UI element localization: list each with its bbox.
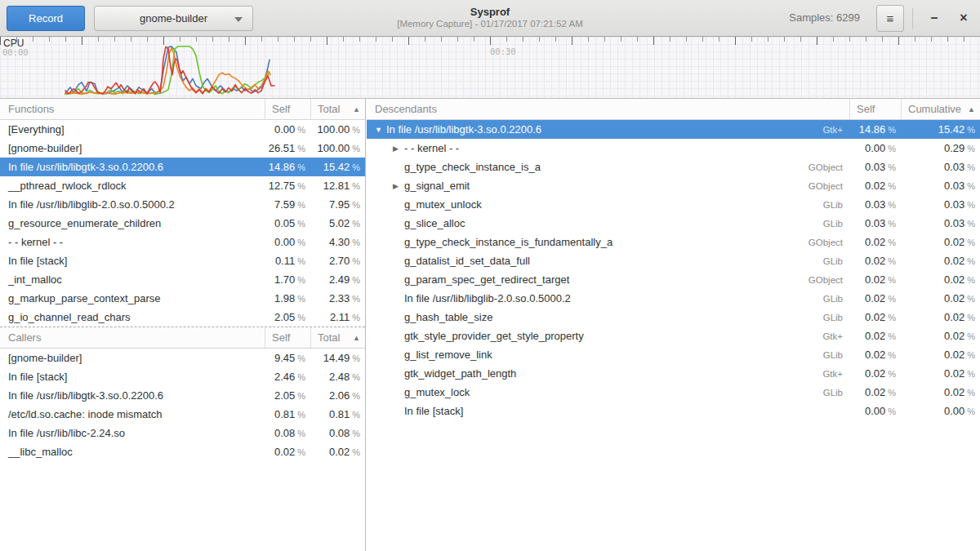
tree-row[interactable]: g_list_remove_linkGLib0.02%0.02% [367, 345, 980, 364]
function-name: In file /usr/lib/libgtk-3.so.0.2200.6 [0, 389, 265, 402]
close-button[interactable]: × [951, 5, 977, 32]
self-value: 0.02% [849, 349, 901, 361]
sort-ascending-icon: ▲ [964, 105, 975, 113]
percent-sign: % [297, 294, 305, 304]
tree-row[interactable]: ▶g_signal_emitGObject0.02%0.03% [367, 176, 980, 195]
tree-row[interactable]: g_type_check_instance_is_fundamentally_a… [367, 233, 980, 251]
total-value: 0.02% [310, 446, 365, 458]
expander-closed-icon[interactable]: ▶ [393, 144, 404, 153]
tree-row[interactable]: g_datalist_id_set_data_fullGLib0.02%0.02… [367, 251, 980, 270]
function-name: g_markup_parse_context_parse [0, 292, 265, 304]
functions-self-column-header[interactable]: Self [265, 99, 310, 119]
table-row[interactable]: - - kernel - -0.00%4.30% [0, 233, 365, 251]
callers-self-column-header[interactable]: Self [265, 327, 310, 348]
sort-ascending-icon: ▲ [350, 105, 360, 113]
descendant-name-cell: g_type_check_instance_is_aGObject [367, 161, 849, 173]
tree-row[interactable]: gtk_widget_path_lengthGtk+0.02%0.02% [367, 364, 980, 383]
tree-row[interactable]: g_mutex_unlockGLib0.03%0.03% [367, 195, 980, 214]
record-button[interactable]: Record [7, 6, 85, 31]
self-value: 0.02% [849, 311, 901, 323]
tree-row[interactable]: In file [stack]0.00%0.00% [367, 402, 980, 420]
tree-row[interactable]: gtk_style_provider_get_style_propertyGtk… [367, 327, 980, 345]
minimize-icon: – [931, 11, 938, 24]
cumulative-value: 0.03% [901, 217, 980, 229]
tree-row[interactable]: g_hash_table_sizeGLib0.02%0.02% [367, 308, 980, 327]
table-row[interactable]: g_io_channel_read_chars2.05%2.11% [0, 308, 365, 327]
table-row[interactable]: g_resource_enumerate_children0.05%5.02% [0, 214, 365, 233]
table-row[interactable]: _int_malloc1.70%2.49% [0, 270, 365, 289]
function-name: In file [stack] [0, 371, 265, 383]
percent-sign: % [352, 410, 360, 420]
percent-sign: % [352, 200, 360, 210]
functions-total-column-header[interactable]: Total ▲ [310, 99, 365, 119]
cumulative-value: 0.02% [901, 273, 980, 286]
library-tag: GLib [823, 313, 849, 322]
percent-sign: % [352, 162, 360, 172]
minimize-button[interactable]: – [921, 5, 947, 32]
percent-sign: % [888, 331, 896, 341]
descendant-name-cell: In file [stack] [367, 405, 849, 417]
tree-row[interactable]: g_type_check_instance_is_aGObject0.03%0.… [367, 158, 980, 176]
descendants-table-header: Descendants Self Cumulative ▲ [367, 99, 980, 120]
self-value: 0.00% [265, 236, 310, 248]
percent-sign: % [967, 369, 975, 379]
table-row[interactable]: [Everything]0.00%100.00% [0, 120, 365, 139]
self-value: 0.02% [849, 236, 901, 248]
descendant-name-cell: g_mutex_unlockGLib [367, 198, 849, 211]
table-row[interactable]: [gnome-builder]9.45%14.49% [0, 349, 365, 367]
table-row[interactable]: In file [stack]0.11%2.70% [0, 251, 365, 270]
functions-column-header[interactable]: Functions [0, 99, 265, 119]
callers-column-header[interactable]: Callers [0, 327, 265, 348]
tree-row[interactable]: ▶- - kernel - -0.00%0.29% [367, 139, 980, 158]
percent-sign: % [297, 353, 305, 363]
descendant-name: - - kernel - - [404, 142, 459, 154]
table-row[interactable]: [gnome-builder]26.51%100.00% [0, 139, 365, 158]
descendant-name-cell: g_hash_table_sizeGLib [367, 311, 849, 323]
table-row[interactable]: __libc_malloc0.02%0.02% [0, 442, 365, 461]
expander-closed-icon[interactable]: ▶ [393, 182, 404, 190]
descendant-name-cell: ▼In file /usr/lib/libgtk-3.so.0.2200.6Gt… [367, 123, 849, 136]
table-row[interactable]: In file /usr/lib/libgtk-3.so.0.2200.614.… [0, 158, 365, 176]
menu-button[interactable]: ≡ [876, 5, 904, 32]
table-row[interactable]: In file /usr/lib/libc-2.24.so0.08%0.08% [0, 424, 365, 442]
self-value: 0.02% [265, 446, 310, 458]
percent-sign: % [297, 275, 305, 285]
percent-sign: % [967, 350, 975, 360]
total-value: 2.48% [310, 371, 365, 383]
descendants-cumulative-column-header[interactable]: Cumulative ▲ [901, 99, 980, 119]
table-row[interactable]: In file [stack]2.46%2.48% [0, 367, 365, 386]
percent-sign: % [297, 144, 305, 153]
cpu-timeline-graph[interactable]: CPU 00:00 00:30 [0, 37, 980, 99]
self-value: 0.03% [849, 161, 901, 173]
percent-sign: % [297, 313, 305, 322]
header-bar: Record gnome-builder Sysprof [Memory Cap… [0, 0, 980, 37]
total-value: 7.95% [310, 198, 365, 211]
self-value: 0.02% [849, 273, 901, 286]
table-row[interactable]: /etc/ld.so.cache: inode mismatch0.81%0.8… [0, 405, 365, 424]
table-row[interactable]: In file /usr/lib/libglib-2.0.so.0.5000.2… [0, 195, 365, 214]
total-value: 0.81% [310, 408, 365, 420]
total-value: 5.02% [310, 217, 365, 229]
right-panel: Descendants Self Cumulative ▲ ▼In file /… [367, 99, 980, 551]
descendants-column-header[interactable]: Descendants [367, 99, 849, 119]
descendants-self-column-header[interactable]: Self [849, 99, 901, 119]
function-name: [gnome-builder] [0, 142, 265, 154]
callers-total-column-header[interactable]: Total ▲ [310, 327, 365, 348]
total-label: Total [318, 103, 340, 115]
expander-open-icon[interactable]: ▼ [375, 126, 386, 134]
descendant-name: g_type_check_instance_is_fundamentally_a [404, 236, 612, 248]
table-row[interactable]: __pthread_rwlock_rdlock12.75%12.81% [0, 176, 365, 195]
tree-row[interactable]: g_param_spec_get_redirect_targetGObject0… [367, 270, 980, 289]
self-value: 14.86% [849, 123, 901, 136]
descendant-name: In file [stack] [404, 405, 463, 417]
tree-row[interactable]: g_slice_allocGLib0.03%0.03% [367, 214, 980, 233]
process-selector-dropdown[interactable]: gnome-builder [94, 6, 253, 31]
percent-sign: % [352, 353, 360, 363]
table-row[interactable]: g_markup_parse_context_parse1.98%2.33% [0, 289, 365, 308]
percent-sign: % [967, 331, 975, 341]
table-row[interactable]: In file /usr/lib/libgtk-3.so.0.2200.62.0… [0, 386, 365, 405]
tree-row[interactable]: In file /usr/lib/libglib-2.0.so.0.5000.2… [367, 289, 980, 308]
tree-row[interactable]: ▼In file /usr/lib/libgtk-3.so.0.2200.6Gt… [367, 120, 980, 139]
descendant-name: g_hash_table_size [404, 311, 492, 323]
tree-row[interactable]: g_mutex_lockGLib0.02%0.02% [367, 383, 980, 402]
